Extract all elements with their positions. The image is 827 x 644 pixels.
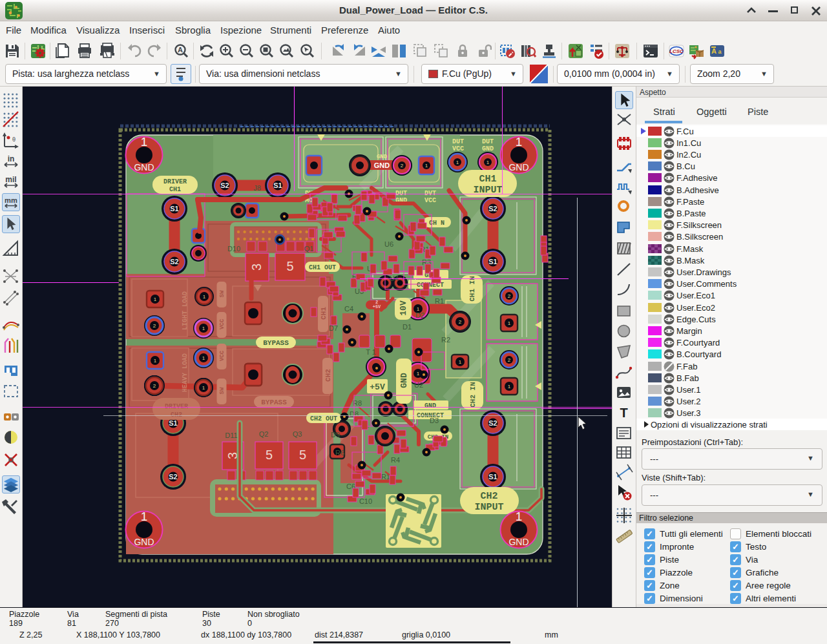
svg-text:DRIVER: DRIVER [163, 178, 187, 185]
svg-text:D2: D2 [415, 311, 424, 319]
svg-text:5: 5 [286, 259, 293, 273]
svg-text:U6: U6 [384, 240, 393, 248]
svg-text:C10: C10 [359, 497, 372, 505]
svg-text:R4: R4 [391, 456, 400, 464]
svg-text:VCC: VCC [219, 350, 225, 361]
svg-text:R1: R1 [435, 297, 444, 305]
svg-text:A: A [711, 47, 717, 55]
svg-text:2: 2 [401, 163, 404, 169]
svg-text:1: 1 [508, 384, 511, 390]
svg-text:CH2: CH2 [480, 491, 497, 502]
svg-text:D11: D11 [225, 431, 237, 439]
svg-text:S1: S1 [488, 258, 497, 265]
svg-text:+5V: +5V [373, 304, 381, 309]
svg-text:mm: mm [5, 196, 17, 204]
svg-text:HEAVY LOAD: HEAVY LOAD [182, 353, 189, 392]
svg-text:S1: S1 [488, 473, 497, 481]
svg-text:INPUT: INPUT [474, 502, 503, 513]
svg-text:DUT: DUT [395, 190, 407, 197]
svg-text:1: 1 [203, 294, 206, 300]
svg-text:LCSC: LCSC [669, 48, 684, 54]
svg-text:DVT: DVT [424, 190, 436, 197]
svg-text:2: 2 [508, 357, 511, 363]
svg-text:1: 1 [459, 359, 462, 365]
svg-text:DUT: DUT [452, 138, 464, 145]
svg-text:θ: θ [12, 136, 16, 143]
svg-text:GND: GND [508, 162, 529, 172]
svg-text:R2: R2 [441, 336, 450, 344]
svg-text:DUT: DUT [482, 138, 494, 145]
svg-text:Q2: Q2 [259, 430, 269, 438]
svg-text:1: 1 [202, 355, 205, 361]
svg-text:T: T [620, 406, 627, 420]
svg-text:GND: GND [482, 145, 494, 152]
svg-text:S1: S1 [169, 419, 177, 427]
svg-text:D10: D10 [227, 245, 240, 253]
svg-text:R6: R6 [335, 449, 344, 457]
svg-text:1: 1 [516, 135, 523, 149]
svg-text:3: 3 [249, 264, 264, 271]
svg-text:GND: GND [134, 162, 154, 172]
svg-text:1: 1 [141, 135, 148, 149]
svg-text:BYPASS: BYPASS [261, 399, 287, 406]
svg-text:T 1: T 1 [366, 348, 376, 356]
svg-text:1: 1 [154, 358, 157, 364]
svg-text:VCC: VCC [219, 318, 225, 329]
svg-text:GND: GND [374, 161, 390, 169]
svg-text:2: 2 [153, 323, 156, 329]
svg-text:Q1: Q1 [304, 245, 314, 253]
svg-text:2: 2 [459, 319, 462, 325]
svg-text:GND: GND [399, 373, 409, 388]
svg-text:C4: C4 [344, 305, 353, 313]
svg-text:GND: GND [508, 537, 529, 547]
svg-text:SW: SW [219, 387, 225, 394]
svg-text:CH2: CH2 [171, 411, 182, 419]
svg-text:S2: S2 [170, 258, 178, 265]
svg-text:5: 5 [299, 448, 306, 462]
svg-text:J8: J8 [253, 184, 261, 192]
svg-text:BYPASS: BYPASS [263, 339, 289, 347]
svg-text:CH2 IN: CH2 IN [469, 382, 477, 408]
svg-text:CH1 IN: CH1 IN [468, 276, 476, 302]
svg-text:CH1: CH1 [169, 186, 181, 193]
svg-text:1: 1 [508, 320, 511, 326]
svg-text:2: 2 [153, 383, 156, 389]
svg-text:D7: D7 [329, 324, 338, 332]
svg-text:CH2 OUT: CH2 OUT [310, 415, 337, 422]
svg-text:CH1: CH1 [479, 174, 496, 185]
svg-text:S1: S1 [273, 182, 282, 189]
svg-text:S1: S1 [170, 205, 178, 213]
svg-text:2: 2 [508, 293, 511, 299]
svg-text:1: 1 [456, 160, 459, 165]
svg-text:LIGHT LOAD: LIGHT LOAD [182, 291, 189, 330]
svg-text:1: 1 [141, 510, 148, 523]
svg-text:S2: S2 [488, 419, 497, 427]
svg-text:D3: D3 [430, 417, 439, 424]
svg-text:1: 1 [425, 163, 428, 169]
svg-text:S2: S2 [488, 205, 497, 213]
svg-text:10V: 10V [399, 300, 408, 316]
svg-text:GND: GND [134, 537, 154, 547]
svg-text:CH1 OUT: CH1 OUT [309, 264, 336, 271]
svg-text:mil: mil [5, 175, 16, 184]
svg-text:SW: SW [219, 290, 225, 297]
svg-text:S2: S2 [169, 473, 177, 481]
svg-text:5: 5 [266, 448, 273, 462]
svg-text:1: 1 [417, 371, 420, 377]
svg-text:D1: D1 [403, 323, 412, 331]
svg-text:VCC: VCC [424, 197, 436, 204]
svg-text:Q3: Q3 [293, 430, 302, 438]
svg-text:D9: D9 [331, 431, 340, 439]
svg-text:1: 1 [202, 326, 205, 331]
svg-text:S2: S2 [220, 182, 229, 189]
svg-text:U2: U2 [414, 381, 423, 389]
svg-text:CH1: CH1 [320, 307, 328, 320]
svg-text:GND: GND [377, 154, 388, 160]
svg-text:+5V: +5V [370, 382, 385, 392]
svg-text:GND: GND [424, 402, 436, 410]
svg-text:in: in [8, 154, 15, 163]
svg-text:1: 1 [154, 296, 157, 302]
svg-text:1: 1 [487, 160, 490, 165]
svg-text:1: 1 [202, 385, 205, 391]
svg-text:CH2: CH2 [324, 369, 332, 382]
